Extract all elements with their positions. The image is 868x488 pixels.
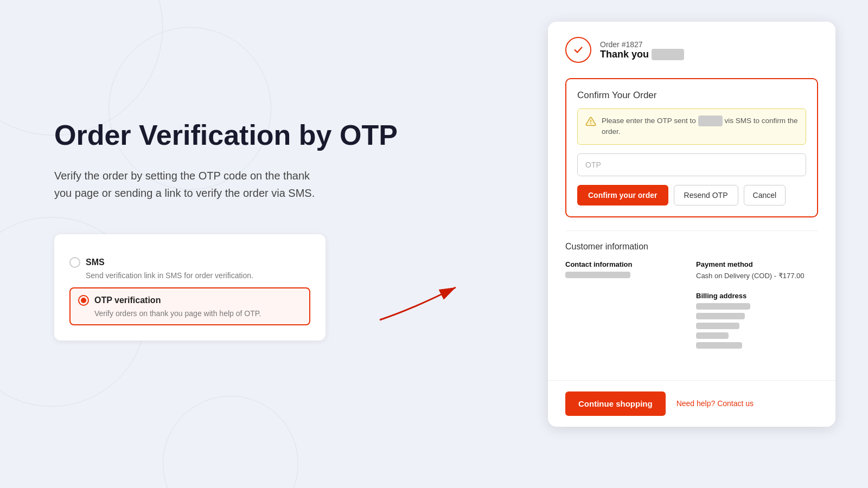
page-subtitle: Verify the order by setting the OTP code…	[54, 167, 326, 202]
order-thankyou: Thank you	[600, 49, 684, 60]
contact-info-label: Contact information	[565, 260, 687, 268]
payment-method-label: Payment method	[696, 260, 818, 268]
phone-blurred	[698, 115, 723, 126]
order-number: Order #1827	[600, 40, 684, 49]
otp-radio[interactable]	[78, 295, 89, 306]
sms-option-header: SMS	[69, 257, 310, 268]
otp-radio-inner	[81, 298, 86, 303]
otp-option[interactable]: OTP verification Verify orders on thank …	[69, 287, 310, 325]
order-header: Order #1827 Thank you	[565, 37, 818, 63]
billing-line1	[696, 303, 750, 310]
otp-desc: Verify orders on thank you page with hel…	[78, 309, 302, 318]
action-buttons: Confirm your order Resend OTP Cancel	[577, 185, 806, 206]
footer-buttons: Continue shopping Need help? Contact us	[548, 380, 835, 427]
left-panel: Order Verification by OTP Verify the ord…	[0, 0, 445, 488]
warning-icon	[585, 116, 596, 129]
check-circle-icon	[565, 37, 591, 63]
otp-input-wrapper[interactable]: OTP	[577, 153, 806, 176]
continue-shopping-button[interactable]: Continue shopping	[565, 391, 666, 416]
billing-line4	[696, 332, 729, 339]
resend-otp-button[interactable]: Resend OTP	[674, 185, 738, 206]
payment-value: Cash on Delivery (COD) - ₹177.00	[696, 272, 818, 280]
info-grid: Contact information Payment method Cash …	[565, 260, 818, 352]
otp-alert: Please enter the OTP sent to vis SMS to …	[577, 108, 806, 145]
billing-line5	[696, 342, 742, 349]
billing-line3	[696, 323, 739, 329]
confirm-order-box: Confirm Your Order Please enter the OTP …	[565, 78, 818, 217]
sms-option[interactable]: SMS Send verification link in SMS for or…	[69, 249, 310, 287]
cancel-button[interactable]: Cancel	[744, 185, 786, 206]
confirm-order-title: Confirm Your Order	[577, 90, 806, 101]
sms-label: SMS	[86, 258, 105, 267]
options-card: SMS Send verification link in SMS for or…	[54, 234, 326, 341]
confirm-order-button[interactable]: Confirm your order	[577, 185, 668, 206]
contact-value-blurred	[565, 272, 630, 278]
contact-info-col: Contact information	[565, 260, 687, 352]
sms-radio[interactable]	[69, 257, 80, 268]
sms-desc: Send verification link in SMS for order …	[69, 271, 310, 280]
alert-text: Please enter the OTP sent to vis SMS to …	[602, 115, 798, 138]
customer-info-title: Customer information	[565, 242, 818, 252]
billing-address-label: Billing address	[696, 292, 818, 300]
right-panel-inner: Order #1827 Thank you Confirm Your Order	[548, 22, 835, 380]
otp-input-label: OTP	[585, 160, 601, 169]
billing-line2	[696, 313, 745, 319]
otp-label: OTP verification	[94, 296, 161, 305]
need-help-link[interactable]: Need help? Contact us	[676, 399, 754, 408]
page-title: Order Verification by OTP	[54, 119, 401, 152]
order-info-text: Order #1827 Thank you	[600, 40, 684, 60]
customer-info-section: Customer information Contact information…	[565, 230, 818, 352]
customer-name-blurred	[652, 49, 684, 60]
otp-option-header: OTP verification	[78, 295, 302, 306]
payment-method-col: Payment method Cash on Delivery (COD) - …	[696, 260, 818, 352]
right-panel: Order #1827 Thank you Confirm Your Order	[548, 22, 835, 427]
